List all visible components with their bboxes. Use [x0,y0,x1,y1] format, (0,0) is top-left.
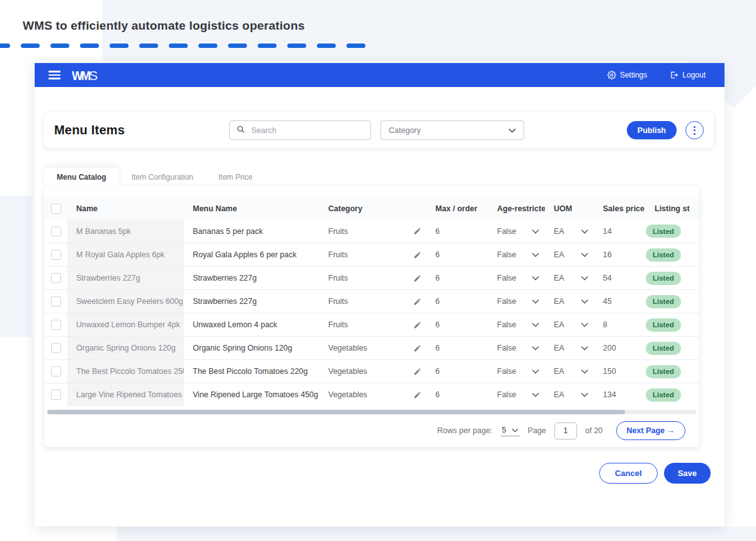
uom-chevron-icon[interactable] [575,369,594,374]
max-order-cell[interactable]: 6 [427,320,488,329]
uom-value[interactable]: EA [545,344,575,352]
row-checkbox[interactable] [51,226,61,236]
age-restricted-chevron-icon[interactable] [526,369,545,374]
uom-chevron-icon[interactable] [575,276,594,281]
menu-name-cell[interactable]: Royal Gala Apples 6 per pack [184,250,319,259]
sales-price-cell[interactable]: 54 [594,274,646,282]
column-header-category: Category [319,204,427,213]
category-cell: Fruits [319,320,408,329]
uom-value[interactable]: EA [545,320,575,329]
uom-chevron-icon[interactable] [575,299,594,304]
age-restricted-chevron-icon[interactable] [526,299,545,304]
menu-name-cell[interactable]: Vine Ripened Large Tomatoes 450g [184,390,319,399]
max-order-cell[interactable]: 6 [427,390,488,399]
sales-price-cell[interactable]: 200 [594,344,646,352]
age-restricted-value[interactable]: False [488,250,526,259]
tab-menu-catalog[interactable]: Menu Catalog [44,168,119,186]
sales-price-cell[interactable]: 45 [594,297,646,306]
column-header-listing-status: Listing stat [646,204,690,213]
uom-chevron-icon[interactable] [575,322,594,327]
age-restricted-value[interactable]: False [488,320,526,329]
uom-value[interactable]: EA [545,390,575,399]
age-restricted-value[interactable]: False [488,274,526,282]
sales-price-cell[interactable]: 150 [594,367,646,376]
edit-pencil-icon[interactable] [408,251,427,259]
uom-chevron-icon[interactable] [575,229,594,234]
row-checkbox[interactable] [51,320,61,330]
age-restricted-value[interactable]: False [488,227,526,236]
menu-name-cell[interactable]: Organic Spring Onions 120g [184,344,319,352]
max-order-cell[interactable]: 6 [427,250,488,259]
sales-price-cell[interactable]: 14 [594,227,646,236]
listing-status-cell: Listed [646,224,690,238]
page-number-input[interactable] [554,422,577,439]
row-checkbox[interactable] [51,273,61,283]
edit-pencil-icon[interactable] [408,391,427,399]
menu-name-cell[interactable]: Unwaxed Lemon 4 pack [184,320,319,329]
age-restricted-chevron-icon[interactable] [526,392,545,397]
max-order-cell[interactable]: 6 [427,344,488,352]
edit-pencil-icon[interactable] [408,274,427,282]
name-cell: M Royal Gala Apples 6pk [67,243,184,266]
age-restricted-chevron-icon[interactable] [526,322,545,327]
max-order-cell[interactable]: 6 [427,297,488,306]
save-button[interactable]: Save [664,463,711,484]
age-restricted-value[interactable]: False [488,390,526,399]
edit-pencil-icon[interactable] [408,321,427,329]
row-checkbox[interactable] [51,366,61,376]
more-options-button[interactable] [685,121,704,139]
edit-pencil-icon[interactable] [408,368,427,376]
edit-pencil-icon[interactable] [408,227,427,235]
menu-name-cell[interactable]: Strawberries 227g [184,297,319,306]
uom-value[interactable]: EA [545,274,575,282]
row-checkbox-cell [44,313,67,336]
age-restricted-chevron-icon[interactable] [526,252,545,257]
sales-price-cell[interactable]: 8 [594,320,646,329]
uom-chevron-icon[interactable] [575,392,594,397]
next-page-button[interactable]: Next Page → [616,421,685,440]
row-checkbox[interactable] [51,343,61,353]
menu-name-cell[interactable]: Bananas 5 per pack [184,227,319,236]
category-cell: Fruits [319,227,408,236]
select-all-checkbox[interactable] [51,204,61,214]
search-box[interactable] [229,120,371,140]
age-restricted-value[interactable]: False [488,344,526,352]
logout-button[interactable]: Logout [670,71,706,79]
rows-per-page-select[interactable]: 5 [501,426,520,436]
max-order-cell[interactable]: 6 [427,274,488,282]
hamburger-menu-icon[interactable] [49,71,60,79]
publish-button[interactable]: Publish [627,121,677,139]
age-restricted-chevron-icon[interactable] [526,346,545,351]
uom-value[interactable]: EA [545,227,575,236]
max-order-cell[interactable]: 6 [427,367,488,376]
search-input[interactable] [251,126,364,135]
uom-value[interactable]: EA [545,297,575,306]
settings-button[interactable]: Settings [607,71,647,79]
scrollbar-thumb[interactable] [47,410,625,414]
age-restricted-value[interactable]: False [488,297,526,306]
max-order-cell[interactable]: 6 [427,227,488,236]
menu-name-cell[interactable]: The Best Piccolo Tomatoes 220g [184,367,319,376]
menu-name-cell[interactable]: Strawberries 227g [184,274,319,282]
logo-wm-text: WM [72,69,89,82]
row-checkbox[interactable] [51,250,61,260]
tab-item-price[interactable]: Item Price [206,168,265,186]
row-checkbox[interactable] [51,390,61,400]
horizontal-scrollbar[interactable] [47,410,696,414]
age-restricted-value[interactable]: False [488,367,526,376]
edit-pencil-icon[interactable] [408,298,427,306]
sales-price-cell[interactable]: 16 [594,250,646,259]
uom-value[interactable]: EA [545,250,575,259]
uom-chevron-icon[interactable] [575,252,594,257]
category-select[interactable]: Category [381,120,524,140]
age-restricted-chevron-icon[interactable] [526,229,545,234]
cancel-button[interactable]: Cancel [599,463,658,484]
uom-chevron-icon[interactable] [575,346,594,351]
sales-price-cell[interactable]: 134 [594,390,646,399]
uom-value[interactable]: EA [545,367,575,376]
row-checkbox[interactable] [51,296,61,306]
age-restricted-chevron-icon[interactable] [526,276,545,281]
chevron-down-icon [508,126,516,135]
edit-pencil-icon[interactable] [408,344,427,352]
tab-item-configuration[interactable]: Item Configuration [119,168,206,186]
